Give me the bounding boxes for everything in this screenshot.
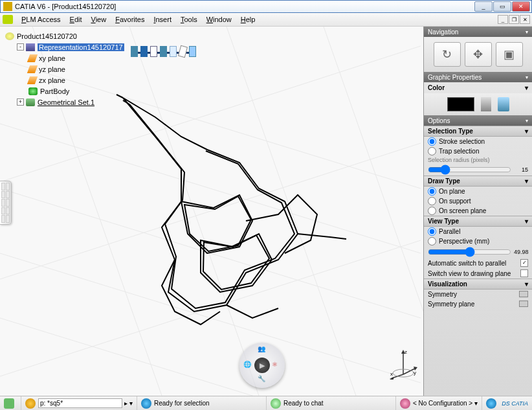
tool-7[interactable] bbox=[188, 46, 197, 59]
pan-button[interactable]: ✥ bbox=[465, 42, 492, 67]
titlebar: CATIA V6 - [Product145120720] _ ▭ ✕ bbox=[0, 0, 532, 13]
tool-4[interactable] bbox=[159, 46, 168, 59]
search-dropdown-icon[interactable]: ▾ bbox=[129, 400, 133, 407]
switchview-checkbox[interactable] bbox=[520, 269, 528, 277]
tree-representation[interactable]: -Representation145120717 bbox=[4, 41, 133, 52]
transparency-icon[interactable] bbox=[498, 97, 509, 111]
sketch-toolbar[interactable] bbox=[129, 45, 214, 60]
mdi-close-button[interactable]: ✕ bbox=[520, 15, 530, 24]
nav-wheel[interactable]: 👥 🌐 ⚛ 🔧 ▶ bbox=[239, 343, 285, 388]
left-dock-tab[interactable] bbox=[0, 181, 12, 225]
trap-selection-radio[interactable]: Trap selection bbox=[424, 146, 532, 156]
menu-edit[interactable]: Edit bbox=[65, 14, 87, 25]
tree-yz-plane[interactable]: yz plane bbox=[4, 63, 133, 74]
nav-play-button[interactable]: ▶ bbox=[254, 358, 270, 373]
color-swatch[interactable] bbox=[447, 97, 474, 111]
mdi-restore-button[interactable]: ❐ bbox=[509, 15, 519, 24]
stroke-selection-radio[interactable]: Stroke selection bbox=[424, 137, 532, 146]
workspace: Product145120720 -Representation14512071… bbox=[0, 27, 532, 396]
ds-catia-label: DS CATIA bbox=[502, 400, 528, 407]
tool-6[interactable] bbox=[178, 46, 188, 59]
menubar: PLM Access Edit View Favorites Insert To… bbox=[0, 13, 532, 27]
compass[interactable]: z y x bbox=[388, 348, 419, 380]
app-icon bbox=[3, 2, 12, 11]
tree-zx-plane[interactable]: zx plane bbox=[4, 74, 133, 85]
app-status-icon bbox=[4, 398, 14, 409]
chat-orb-icon[interactable] bbox=[271, 398, 281, 409]
config-orb-icon[interactable] bbox=[400, 398, 410, 409]
onplane-radio[interactable]: On plane bbox=[424, 187, 532, 196]
mdi-minimize-button[interactable]: _ bbox=[498, 15, 508, 24]
menu-insert[interactable]: Insert bbox=[149, 14, 176, 25]
svg-text:y: y bbox=[414, 370, 416, 376]
nav-tools-icon[interactable]: 🔧 bbox=[258, 375, 267, 383]
options-header[interactable]: Options▾ bbox=[424, 115, 532, 126]
svg-text:z: z bbox=[405, 349, 407, 355]
symplane-toggle[interactable] bbox=[519, 301, 528, 307]
tool-5[interactable] bbox=[168, 46, 178, 59]
config-label: < No Configuration > bbox=[413, 400, 472, 407]
spec-tree[interactable]: Product145120720 -Representation14512071… bbox=[4, 30, 133, 108]
selection-orb-icon[interactable] bbox=[141, 398, 151, 409]
svg-marker-17 bbox=[390, 377, 394, 380]
minimize-button[interactable]: _ bbox=[474, 1, 493, 12]
menu-tools[interactable]: Tools bbox=[176, 14, 202, 25]
autoswitch-checkbox[interactable]: ✓ bbox=[520, 259, 528, 267]
tool-1[interactable] bbox=[129, 46, 139, 59]
tool-3[interactable] bbox=[149, 46, 159, 59]
color-picker-icon[interactable] bbox=[481, 97, 491, 111]
fit-button[interactable]: ▣ bbox=[496, 42, 523, 67]
onscreen-radio[interactable]: On screen plane bbox=[424, 206, 532, 216]
selradius-slider[interactable] bbox=[428, 165, 511, 174]
selradius-label: Selection radius (pixels) bbox=[424, 156, 532, 164]
tree-geoset[interactable]: +Geometrical Set.1 bbox=[4, 97, 133, 108]
tool-2[interactable] bbox=[139, 46, 149, 59]
menu-favorites[interactable]: Favorites bbox=[111, 14, 149, 25]
menu-window[interactable]: Window bbox=[202, 14, 236, 25]
right-panel: Navigation▾ ↻ ✥ ▣ Graphic Properties▾ Co… bbox=[423, 27, 532, 396]
menu-help[interactable]: Help bbox=[236, 14, 260, 25]
visualization-header[interactable]: Visualization▾ bbox=[424, 279, 532, 290]
tree-xy-plane[interactable]: xy plane bbox=[4, 52, 133, 63]
seltype-header[interactable]: Selection Type▾ bbox=[424, 126, 532, 137]
search-orb-icon[interactable] bbox=[25, 398, 36, 409]
nav-globe-icon[interactable]: 🌐 bbox=[243, 361, 252, 369]
tree-root[interactable]: Product145120720 bbox=[4, 30, 133, 41]
ready-chat-label: Ready to chat bbox=[283, 400, 324, 407]
search-input[interactable] bbox=[38, 398, 122, 408]
nav-people-icon[interactable]: 👥 bbox=[258, 345, 267, 353]
nav-nodes-icon[interactable]: ⚛ bbox=[272, 361, 281, 369]
statusbar: ▸ ▾ Ready for selection Ready to chat < … bbox=[0, 396, 532, 410]
perspective-radio[interactable]: Perspective (mm) bbox=[424, 236, 532, 246]
symmetry-toggle[interactable] bbox=[519, 291, 528, 297]
search-go-icon[interactable]: ▸ bbox=[124, 400, 127, 407]
viewtype-header[interactable]: View Type▾ bbox=[424, 216, 532, 227]
rotate-button[interactable]: ↻ bbox=[434, 42, 461, 67]
doc-icon bbox=[3, 15, 13, 24]
svg-text:x: x bbox=[390, 371, 393, 377]
wireframe-model[interactable] bbox=[84, 91, 356, 350]
tree-partbody[interactable]: PartBody bbox=[4, 85, 133, 97]
menu-view[interactable]: View bbox=[87, 14, 111, 25]
ds-orb-icon[interactable] bbox=[486, 398, 496, 409]
perspective-slider[interactable] bbox=[428, 247, 511, 256]
menu-plm[interactable]: PLM Access bbox=[17, 14, 65, 25]
parallel-radio[interactable]: Parallel bbox=[424, 227, 532, 236]
ready-selection-label: Ready for selection bbox=[154, 400, 210, 407]
maximize-button[interactable]: ▭ bbox=[493, 1, 511, 12]
window-title: CATIA V6 - [Product145120720] bbox=[15, 3, 116, 10]
drawtype-header[interactable]: Draw Type▾ bbox=[424, 176, 532, 187]
nav-panel-header[interactable]: Navigation▾ bbox=[424, 27, 532, 37]
config-dropdown-icon[interactable]: ▾ bbox=[474, 400, 478, 407]
close-button[interactable]: ✕ bbox=[512, 1, 530, 12]
onsupport-radio[interactable]: On support bbox=[424, 196, 532, 206]
graphic-props-header[interactable]: Graphic Properties▾ bbox=[424, 72, 532, 82]
